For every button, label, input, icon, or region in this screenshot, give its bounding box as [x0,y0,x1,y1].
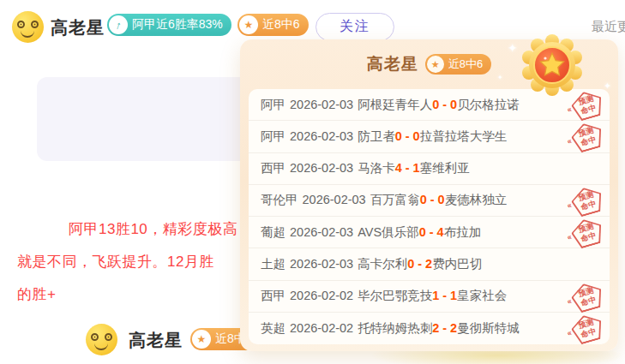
match-score: 4 - 1 [395,161,420,175]
sparkle-icon: ✦ [604,81,611,92]
avatar-smile-icon [94,343,108,350]
match-league: 西甲 [261,289,285,302]
match-away-team: 贝尔格拉诺 [457,98,520,111]
up-arrow-icon: ↑ [109,15,128,34]
match-home-team: 高卡尔利 [358,257,407,271]
match-date: 2026-02-03 [290,225,353,239]
match-row[interactable]: 西甲2026-02-03马洛卡4 - 1塞维利亚 «预测命中 [249,153,610,185]
gold-star-medal-icon [520,33,585,98]
match-score: 2 - 2 [432,321,457,335]
match-row[interactable]: 英超2026-02-02托特纳姆热刺2 - 2曼彻斯特城 «预测命中 [249,313,610,344]
match-row[interactable]: 葡超2026-02-03AVS俱乐部0 - 4布拉加 «预测命中 [249,217,610,248]
match-score: 1 - 1 [432,289,457,302]
match-score: 0 - 4 [419,225,444,239]
match-league: 阿甲 [261,98,285,111]
hit-streak-badge-label: 近8中6 [448,57,483,72]
match-score: 0 - 0 [432,98,457,111]
match-away-team: 布拉加 [444,225,482,239]
user-avatar[interactable] [12,11,44,43]
match-home-team: 阿根廷青年人 [358,98,432,111]
follow-button[interactable]: 关注 [316,13,394,41]
prediction-hit-stamp-icon: «预测命中 [565,278,607,314]
match-date: 2026-02-03 [290,161,353,175]
prediction-hit-stamp-icon: «预测命中 [565,183,607,219]
popup-title: 高老星 [367,53,418,75]
prediction-hit-stamp-icon: «预测命中 [565,311,607,344]
match-date: 2026-02-03 [303,193,366,206]
match-score: 0 - 0 [420,193,445,206]
avatar-eye-icon [31,21,39,28]
recent-update-label: 最近更 [592,19,625,35]
star-icon: ★ [427,56,444,73]
star-icon: ★ [192,330,211,349]
match-away-team: 皇家社会 [457,289,507,302]
match-result-list: 阿甲2026-02-03阿根廷青年人0 - 0贝尔格拉诺 «预测命中 阿甲202… [249,89,610,344]
match-date: 2026-02-03 [290,129,353,143]
sparkle-icon: ✦ [497,74,503,81]
avatar-smile-icon [21,30,34,38]
commentary-line: 就是不同，飞跃提升。12月胜 [17,252,214,272]
prediction-record-popup: 高老星 ★ 近8中6 ✦ ✦ ✦ [240,39,618,351]
user-name[interactable]: 高老星 [129,329,183,352]
user-avatar[interactable] [86,324,117,355]
match-date: 2026-02-02 [290,289,353,302]
prediction-hit-stamp-icon: «预测命中 [565,119,607,155]
sparkle-icon: ✦ [508,41,518,55]
match-away-team: 曼彻斯特城 [457,321,520,335]
match-league: 阿甲 [261,129,285,143]
match-date: 2026-02-02 [290,321,353,335]
hit-streak-badge: ★ 近8中6 [425,54,491,75]
avatar-eye-icon [91,333,99,341]
match-home-team: 百万富翁 [370,193,420,206]
avatar-eye-icon [105,333,112,341]
match-league: 英超 [261,321,285,335]
match-home-team: AVS俱乐部 [358,225,418,239]
hit-streak-badge-label: 近8中6 [262,17,300,33]
match-league: 哥伦甲 [261,193,298,206]
match-date: 2026-02-03 [290,98,353,111]
win-rate-badge-label: 阿甲近6胜率83% [132,17,223,33]
match-home-team: 毕尔巴鄂竞技 [358,289,432,302]
match-away-team: 塞维利亚 [420,161,470,175]
match-row[interactable]: 阿甲2026-02-03防卫者0 - 0拉普拉塔大学生 «预测命中 [249,121,610,152]
match-away-team: 拉普拉塔大学生 [420,129,508,143]
match-score: 0 - 2 [407,257,432,271]
match-home-team: 防卫者 [358,129,395,143]
page: 高老星 ↑ 阿甲近6胜率83% ★ 近8中6 关注 最近更 阿甲13胜10，精彩… [0,0,625,364]
hit-streak-badge: ★ 近8中6 [237,14,309,36]
match-league: 土超 [261,257,285,271]
match-league: 葡超 [261,225,285,239]
avatar-eye-icon [17,21,25,28]
match-row[interactable]: 西甲2026-02-02毕尔巴鄂竞技1 - 1皇家社会 «预测命中 [249,281,610,313]
match-league: 西甲 [261,161,285,175]
match-home-team: 马洛卡 [358,161,395,175]
star-icon: ★ [239,15,258,34]
match-row[interactable]: 土超2026-02-03高卡尔利0 - 2费内巴切 «预测命中 [249,248,610,280]
commentary-line: 阿甲13胜10，精彩度极高 [69,219,237,239]
match-away-team: 麦德林独立 [445,193,508,206]
win-rate-badge: ↑ 阿甲近6胜率83% [107,14,231,36]
match-date: 2026-02-03 [290,257,353,271]
user-name[interactable]: 高老星 [51,16,105,39]
commentary-line: 的胜+ [17,284,56,304]
match-row[interactable]: 哥伦甲2026-02-03百万富翁0 - 0麦德林独立 «预测命中 [249,185,610,217]
match-home-team: 托特纳姆热刺 [358,321,432,335]
match-score: 0 - 0 [395,129,420,143]
match-away-team: 费内巴切 [432,257,482,271]
prediction-hit-stamp-icon: «预测命中 [565,215,607,251]
